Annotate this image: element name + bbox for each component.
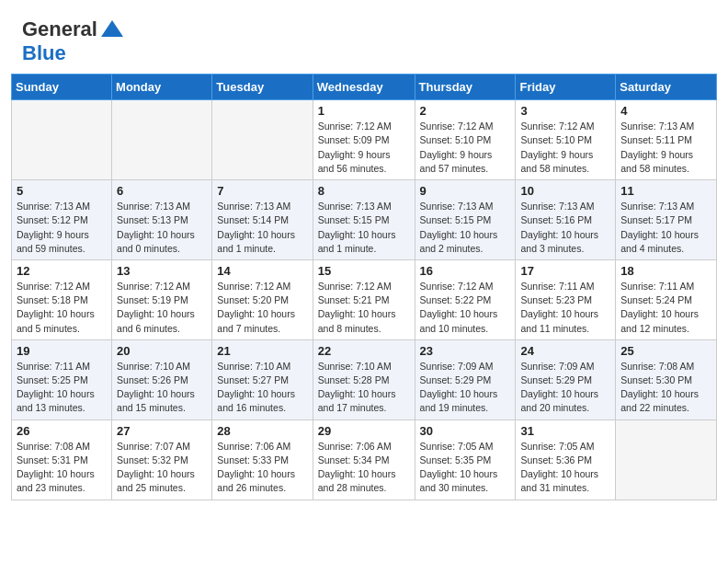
calendar-day-cell: 25Sunrise: 7:08 AM Sunset: 5:30 PM Dayli… bbox=[616, 339, 717, 419]
calendar-day-cell: 17Sunrise: 7:11 AM Sunset: 5:23 PM Dayli… bbox=[516, 259, 616, 339]
calendar-day-cell: 6Sunrise: 7:13 AM Sunset: 5:13 PM Daylig… bbox=[112, 180, 212, 260]
day-number: 28 bbox=[217, 424, 307, 438]
day-info: Sunrise: 7:12 AM Sunset: 5:10 PM Dayligh… bbox=[420, 120, 511, 176]
day-info: Sunrise: 7:13 AM Sunset: 5:17 PM Dayligh… bbox=[620, 200, 711, 256]
calendar-week-row: 19Sunrise: 7:11 AM Sunset: 5:25 PM Dayli… bbox=[12, 339, 717, 419]
calendar-day-cell: 7Sunrise: 7:13 AM Sunset: 5:14 PM Daylig… bbox=[212, 180, 313, 260]
calendar-day-cell: 4Sunrise: 7:13 AM Sunset: 5:11 PM Daylig… bbox=[616, 100, 717, 180]
weekday-header-sunday: Sunday bbox=[12, 75, 112, 100]
calendar-day-cell: 8Sunrise: 7:13 AM Sunset: 5:15 PM Daylig… bbox=[313, 180, 415, 260]
weekday-header-monday: Monday bbox=[112, 75, 212, 100]
day-info: Sunrise: 7:06 AM Sunset: 5:33 PM Dayligh… bbox=[217, 440, 307, 496]
calendar-day-cell: 5Sunrise: 7:13 AM Sunset: 5:12 PM Daylig… bbox=[12, 180, 112, 260]
day-info: Sunrise: 7:13 AM Sunset: 5:15 PM Dayligh… bbox=[420, 200, 511, 256]
day-number: 27 bbox=[117, 424, 207, 438]
calendar-day-cell: 10Sunrise: 7:13 AM Sunset: 5:16 PM Dayli… bbox=[516, 180, 616, 260]
day-number: 20 bbox=[117, 344, 207, 358]
day-info: Sunrise: 7:10 AM Sunset: 5:28 PM Dayligh… bbox=[318, 360, 410, 416]
weekday-header-thursday: Thursday bbox=[415, 75, 516, 100]
day-info: Sunrise: 7:10 AM Sunset: 5:26 PM Dayligh… bbox=[117, 360, 207, 416]
day-number: 1 bbox=[318, 104, 410, 118]
day-number: 11 bbox=[620, 184, 711, 198]
day-info: Sunrise: 7:09 AM Sunset: 5:29 PM Dayligh… bbox=[520, 360, 610, 416]
calendar-week-row: 1Sunrise: 7:12 AM Sunset: 5:09 PM Daylig… bbox=[12, 100, 717, 180]
calendar-table: SundayMondayTuesdayWednesdayThursdayFrid… bbox=[11, 74, 717, 500]
logo-blue: Blue bbox=[22, 41, 66, 64]
calendar-day-cell: 27Sunrise: 7:07 AM Sunset: 5:32 PM Dayli… bbox=[112, 419, 212, 500]
calendar-day-cell: 12Sunrise: 7:12 AM Sunset: 5:18 PM Dayli… bbox=[12, 259, 112, 339]
calendar-day-cell: 31Sunrise: 7:05 AM Sunset: 5:36 PM Dayli… bbox=[516, 419, 616, 500]
day-number: 14 bbox=[217, 264, 307, 278]
day-number: 16 bbox=[420, 264, 511, 278]
day-info: Sunrise: 7:13 AM Sunset: 5:12 PM Dayligh… bbox=[17, 200, 107, 256]
calendar-day-cell: 3Sunrise: 7:12 AM Sunset: 5:10 PM Daylig… bbox=[516, 100, 616, 180]
day-number: 2 bbox=[420, 104, 511, 118]
calendar-day-cell bbox=[112, 100, 212, 180]
day-number: 24 bbox=[520, 344, 610, 358]
weekday-header-friday: Friday bbox=[516, 75, 616, 100]
day-info: Sunrise: 7:08 AM Sunset: 5:31 PM Dayligh… bbox=[17, 440, 107, 496]
logo: General Blue bbox=[22, 17, 125, 64]
day-number: 9 bbox=[420, 184, 511, 198]
calendar-day-cell: 22Sunrise: 7:10 AM Sunset: 5:28 PM Dayli… bbox=[313, 339, 415, 419]
calendar-day-cell: 28Sunrise: 7:06 AM Sunset: 5:33 PM Dayli… bbox=[212, 419, 313, 500]
calendar-day-cell bbox=[12, 100, 112, 180]
day-info: Sunrise: 7:12 AM Sunset: 5:22 PM Dayligh… bbox=[420, 280, 511, 336]
calendar-day-cell: 1Sunrise: 7:12 AM Sunset: 5:09 PM Daylig… bbox=[313, 100, 415, 180]
day-number: 13 bbox=[117, 264, 207, 278]
day-info: Sunrise: 7:12 AM Sunset: 5:09 PM Dayligh… bbox=[318, 120, 410, 176]
day-info: Sunrise: 7:13 AM Sunset: 5:14 PM Dayligh… bbox=[217, 200, 307, 256]
calendar-day-cell: 30Sunrise: 7:05 AM Sunset: 5:35 PM Dayli… bbox=[415, 419, 516, 500]
day-info: Sunrise: 7:13 AM Sunset: 5:15 PM Dayligh… bbox=[318, 200, 410, 256]
day-info: Sunrise: 7:13 AM Sunset: 5:16 PM Dayligh… bbox=[520, 200, 610, 256]
calendar-day-cell: 21Sunrise: 7:10 AM Sunset: 5:27 PM Dayli… bbox=[212, 339, 313, 419]
logo-general: General bbox=[22, 17, 97, 40]
day-number: 5 bbox=[17, 184, 107, 198]
calendar-day-cell bbox=[616, 419, 717, 500]
svg-marker-0 bbox=[101, 20, 123, 37]
day-number: 4 bbox=[620, 104, 711, 118]
day-number: 30 bbox=[420, 424, 511, 438]
day-number: 21 bbox=[217, 344, 307, 358]
day-number: 8 bbox=[318, 184, 410, 198]
calendar-day-cell: 9Sunrise: 7:13 AM Sunset: 5:15 PM Daylig… bbox=[415, 180, 516, 260]
logo-icon bbox=[99, 17, 125, 42]
day-number: 19 bbox=[17, 344, 107, 358]
day-number: 29 bbox=[318, 424, 410, 438]
day-info: Sunrise: 7:11 AM Sunset: 5:24 PM Dayligh… bbox=[620, 280, 711, 336]
day-info: Sunrise: 7:05 AM Sunset: 5:35 PM Dayligh… bbox=[420, 440, 511, 496]
calendar-wrap: SundayMondayTuesdayWednesdayThursdayFrid… bbox=[0, 74, 728, 511]
day-info: Sunrise: 7:08 AM Sunset: 5:30 PM Dayligh… bbox=[620, 360, 711, 416]
calendar-day-cell: 26Sunrise: 7:08 AM Sunset: 5:31 PM Dayli… bbox=[12, 419, 112, 500]
day-number: 7 bbox=[217, 184, 307, 198]
calendar-week-row: 12Sunrise: 7:12 AM Sunset: 5:18 PM Dayli… bbox=[12, 259, 717, 339]
calendar-day-cell: 23Sunrise: 7:09 AM Sunset: 5:29 PM Dayli… bbox=[415, 339, 516, 419]
day-info: Sunrise: 7:05 AM Sunset: 5:36 PM Dayligh… bbox=[520, 440, 610, 496]
page-header: General Blue bbox=[0, 0, 728, 74]
day-info: Sunrise: 7:11 AM Sunset: 5:23 PM Dayligh… bbox=[520, 280, 610, 336]
calendar-header-row: SundayMondayTuesdayWednesdayThursdayFrid… bbox=[12, 75, 717, 100]
day-number: 26 bbox=[17, 424, 107, 438]
day-info: Sunrise: 7:09 AM Sunset: 5:29 PM Dayligh… bbox=[420, 360, 511, 416]
calendar-day-cell: 20Sunrise: 7:10 AM Sunset: 5:26 PM Dayli… bbox=[112, 339, 212, 419]
calendar-day-cell: 24Sunrise: 7:09 AM Sunset: 5:29 PM Dayli… bbox=[516, 339, 616, 419]
day-number: 23 bbox=[420, 344, 511, 358]
calendar-day-cell bbox=[212, 100, 313, 180]
weekday-header-saturday: Saturday bbox=[616, 75, 717, 100]
day-number: 31 bbox=[520, 424, 610, 438]
calendar-day-cell: 13Sunrise: 7:12 AM Sunset: 5:19 PM Dayli… bbox=[112, 259, 212, 339]
calendar-day-cell: 11Sunrise: 7:13 AM Sunset: 5:17 PM Dayli… bbox=[616, 180, 717, 260]
day-info: Sunrise: 7:12 AM Sunset: 5:19 PM Dayligh… bbox=[117, 280, 207, 336]
day-number: 18 bbox=[620, 264, 711, 278]
day-info: Sunrise: 7:13 AM Sunset: 5:11 PM Dayligh… bbox=[620, 120, 711, 176]
calendar-day-cell: 14Sunrise: 7:12 AM Sunset: 5:20 PM Dayli… bbox=[212, 259, 313, 339]
calendar-day-cell: 29Sunrise: 7:06 AM Sunset: 5:34 PM Dayli… bbox=[313, 419, 415, 500]
day-info: Sunrise: 7:11 AM Sunset: 5:25 PM Dayligh… bbox=[17, 360, 107, 416]
day-number: 17 bbox=[520, 264, 610, 278]
day-info: Sunrise: 7:13 AM Sunset: 5:13 PM Dayligh… bbox=[117, 200, 207, 256]
weekday-header-tuesday: Tuesday bbox=[212, 75, 313, 100]
weekday-header-wednesday: Wednesday bbox=[313, 75, 415, 100]
calendar-day-cell: 2Sunrise: 7:12 AM Sunset: 5:10 PM Daylig… bbox=[415, 100, 516, 180]
calendar-day-cell: 16Sunrise: 7:12 AM Sunset: 5:22 PM Dayli… bbox=[415, 259, 516, 339]
day-info: Sunrise: 7:06 AM Sunset: 5:34 PM Dayligh… bbox=[318, 440, 410, 496]
